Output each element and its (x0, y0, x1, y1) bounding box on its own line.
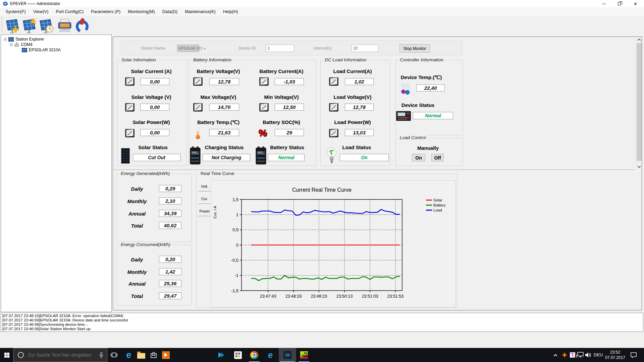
interval-input[interactable] (352, 45, 378, 52)
internet-explorer-button[interactable]: e (264, 348, 277, 362)
print-button[interactable] (57, 18, 72, 33)
epever-app-icon (283, 351, 291, 359)
volume-tray-button[interactable] (584, 348, 593, 362)
svg-text:-1,5: -1,5 (231, 288, 238, 293)
minimize-button[interactable] (596, 0, 611, 7)
device-status-value: Normal (413, 112, 453, 119)
taskbar-clock[interactable]: 23:52 07.07.2017 (604, 350, 626, 360)
annual-value: 25,36 (159, 280, 181, 287)
chart-panel: 1,510,50-0,5-1-1,523:47:4323:48:3323:49:… (211, 180, 456, 307)
avast-tray-button[interactable] (560, 348, 569, 362)
tray-expand-button[interactable] (551, 348, 560, 362)
meter-icon (329, 128, 338, 138)
windows-logo-icon (4, 353, 9, 358)
menu-parameters[interactable]: Parameters (P) (87, 7, 124, 16)
collapse-icon[interactable] (4, 38, 7, 41)
menu-monitoring[interactable]: Monitoring(M) (124, 7, 158, 16)
device-id-input[interactable] (266, 45, 294, 52)
menu-view[interactable]: View(V) (30, 7, 52, 16)
language-indicator[interactable]: DEU (594, 352, 603, 357)
station-monitor-button[interactable] (21, 18, 37, 33)
chevron-up-icon (638, 39, 641, 42)
cortana-icon (18, 352, 24, 358)
menu-bar: System(F) View(V) Port Config(C) Paramet… (0, 7, 644, 16)
device-temp-label: Device Temp.(℃) (398, 74, 445, 80)
group-title: DC Load Information (323, 57, 368, 62)
total-value: 40,62 (159, 222, 181, 229)
meter-icon (329, 103, 338, 112)
battery-voltage-label: Battery Voltage(V) (193, 68, 244, 74)
tab-power[interactable]: Power (198, 206, 211, 217)
taskbar-search[interactable] (13, 348, 107, 362)
svg-text:1: 1 (236, 212, 238, 217)
solar-panel-plus-icon (5, 18, 20, 33)
load-on-button[interactable]: On (412, 154, 425, 162)
menu-maintenance[interactable]: Maintenance(K) (181, 7, 219, 16)
fixfoto-button[interactable]: FixFoto (297, 348, 311, 362)
station-explorer-tree: Station Explorer COM4 EPSOLAR 3210A (1, 35, 112, 312)
load-voltage-label: Load Voltage(V) (327, 94, 378, 100)
media-player-button[interactable] (215, 348, 228, 362)
restore-button[interactable] (612, 0, 627, 7)
telekom-icon: T (570, 352, 575, 358)
exit-button[interactable] (74, 18, 90, 33)
solar-power-value: 0,00 (140, 129, 169, 136)
toolbar-drag-handle[interactable] (2, 17, 2, 33)
app-grid-button[interactable] (231, 348, 245, 362)
battery-soc-value: 29 (275, 129, 304, 136)
station-bar: Station Name EPSOLAR 321 Device ID Inter… (121, 41, 462, 55)
meter-icon (125, 77, 135, 86)
task-view-button[interactable] (107, 348, 121, 362)
restore-icon (618, 2, 621, 5)
scrollbar-thumb[interactable] (637, 43, 642, 161)
epever-app-button[interactable] (279, 348, 296, 362)
vertical-scrollbar[interactable] (636, 37, 642, 170)
scroll-up-button[interactable] (636, 37, 642, 43)
panel-divider (113, 170, 635, 170)
log-line: [07.07.2017 23:48:15]EPSOLAR 3210A: Erro… (2, 314, 642, 318)
tree-label: EPSOLAR 3210A (29, 48, 61, 52)
tab-current[interactable]: Cur. (198, 194, 211, 204)
group-title: Solar Information (120, 57, 157, 62)
tab-volt[interactable]: Volt. (198, 182, 211, 192)
menu-port-config[interactable]: Port Config(C) (52, 7, 87, 16)
realtime-monitor-button[interactable] (38, 18, 54, 33)
load-off-button[interactable]: Off (431, 154, 444, 162)
close-button[interactable]: ✕ (628, 0, 643, 7)
load-status-label: Load Status (336, 144, 378, 150)
station-name-select[interactable]: EPSOLAR 321 (177, 45, 199, 52)
file-explorer-button[interactable] (135, 348, 148, 362)
tree-node-station-explorer[interactable]: Station Explorer (4, 37, 44, 42)
edge-button[interactable]: e (122, 348, 136, 362)
group-title: Energy Consumed(kWh) (119, 242, 172, 247)
total-value: 29,47 (159, 292, 181, 299)
action-center-button[interactable] (628, 348, 639, 362)
menu-help[interactable]: Help(H) (219, 7, 242, 16)
daily-label: Daily (121, 186, 153, 192)
search-input[interactable] (24, 352, 99, 358)
chrome-button[interactable] (248, 348, 261, 362)
start-button[interactable] (0, 348, 13, 362)
menu-system[interactable]: System(F) (2, 7, 30, 16)
tree-node-com4[interactable]: COM4 (10, 42, 33, 47)
battery-temp-value: 21,63 (209, 129, 239, 136)
movies-tv-button[interactable] (159, 348, 172, 362)
controller-icon (396, 111, 411, 121)
microphone-icon[interactable] (99, 352, 104, 358)
svg-text:Battery: Battery (433, 203, 446, 207)
svg-text:23:50:13: 23:50:13 (336, 294, 353, 299)
collapse-icon[interactable] (10, 43, 13, 46)
add-station-button[interactable] (5, 18, 20, 33)
menu-data[interactable]: Data(D) (159, 7, 181, 16)
total-label: Total (121, 223, 153, 229)
device-temp-value: 22,40 (416, 84, 445, 92)
scroll-down-button[interactable] (636, 164, 642, 170)
store-button[interactable] (147, 348, 160, 362)
realtime-chart: 1,510,50-0,5-1-1,523:47:4323:48:3323:49:… (211, 181, 456, 308)
svg-text:-1: -1 (234, 273, 238, 278)
tree-node-epsolar-3210a[interactable]: EPSOLAR 3210A (22, 47, 61, 53)
log-line: [07.07.2017 23:46:58]Solar Station Monit… (2, 327, 642, 331)
stop-monitor-button[interactable]: Stop Monitor (399, 44, 430, 53)
svg-text:23:47:43: 23:47:43 (260, 294, 276, 299)
app-logo-icon (3, 1, 8, 6)
